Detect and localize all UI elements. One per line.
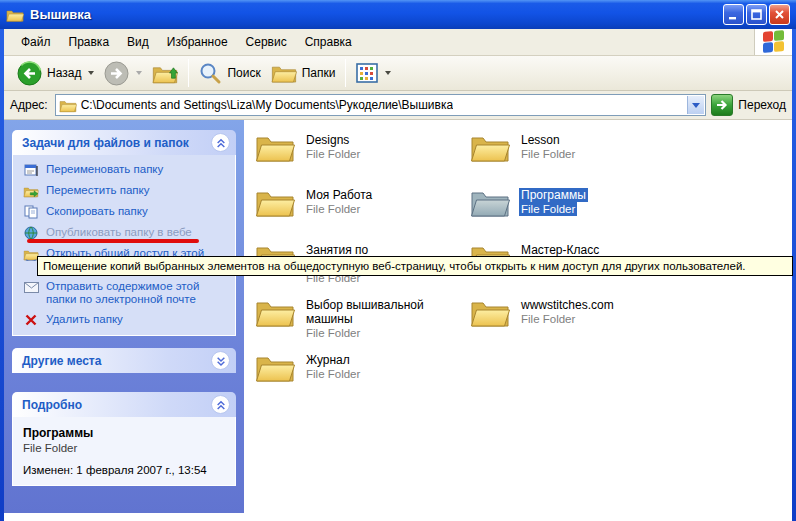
other-places-panel: Другие места xyxy=(12,348,236,373)
file-tasks-body: Переименовать папку Переместить папку Ск… xyxy=(12,155,236,336)
explorer-content: Задачи для файлов и папок Переименовать … xyxy=(4,120,792,513)
email-icon xyxy=(23,280,39,294)
folder-tile-zhurnal[interactable]: ЖурналFile Folder xyxy=(255,350,470,405)
views-button[interactable] xyxy=(351,58,396,89)
task-rename-folder[interactable]: Переименовать папку xyxy=(23,163,229,177)
forward-dropdown-icon[interactable] xyxy=(136,71,142,75)
address-input[interactable]: C:\Documents and Settings\Liza\My Docume… xyxy=(55,94,707,116)
details-panel: Подробно Программы File Folder Изменен: … xyxy=(12,392,236,486)
go-button[interactable] xyxy=(711,94,733,116)
search-button[interactable]: Поиск xyxy=(194,58,265,89)
details-item-modified: Изменен: 1 февраля 2007 г., 13:54 xyxy=(23,464,225,476)
details-body: Программы File Folder Изменен: 1 февраля… xyxy=(12,417,236,486)
task-publish-folder-web[interactable]: Опубликовать папку в вебе xyxy=(23,226,229,240)
task-copy-folder[interactable]: Скопировать папку xyxy=(23,205,229,219)
window-title: Вышивка xyxy=(30,7,91,22)
toolbar-separator xyxy=(188,59,189,87)
address-dropdown-button[interactable] xyxy=(687,96,704,114)
move-icon xyxy=(23,184,39,198)
folder-icon xyxy=(255,130,295,164)
delete-icon xyxy=(23,313,39,327)
folder-tile-wwwstitches[interactable]: wwwstitches.comFile Folder xyxy=(470,295,685,350)
collapse-chevron-icon[interactable] xyxy=(211,133,230,152)
window-border-left xyxy=(0,0,4,521)
collapse-chevron-icon[interactable] xyxy=(211,395,230,414)
task-pane: Задачи для файлов и папок Переименовать … xyxy=(4,120,244,513)
folders-button[interactable]: Папки xyxy=(266,58,341,89)
forward-button[interactable] xyxy=(99,58,147,89)
minimize-button[interactable] xyxy=(723,4,744,25)
tooltip: Помещение копий выбранных элементов на о… xyxy=(37,256,793,276)
maximize-button[interactable] xyxy=(746,4,767,25)
title-bar: Вышивка xyxy=(0,0,796,29)
folder-icon xyxy=(255,350,295,384)
details-header[interactable]: Подробно xyxy=(12,392,236,417)
views-dropdown-icon[interactable] xyxy=(385,71,391,75)
menu-favorites[interactable]: Избранное xyxy=(158,31,237,53)
back-button[interactable]: Назад xyxy=(12,58,99,89)
menu-bar: Файл Правка Вид Избранное Сервис Справка xyxy=(4,29,792,56)
other-places-title: Другие места xyxy=(22,354,101,368)
menu-tools[interactable]: Сервис xyxy=(237,31,296,53)
copy-icon xyxy=(23,205,39,219)
folders-icon xyxy=(271,62,297,84)
forward-icon xyxy=(104,61,129,86)
folder-tile-vybor-mashiny[interactable]: Выбор вышивальной машиныFile Folder xyxy=(255,295,470,350)
menu-help[interactable]: Справка xyxy=(296,31,361,53)
menu-view[interactable]: Вид xyxy=(118,31,158,53)
rename-icon xyxy=(23,163,39,177)
file-tasks-panel: Задачи для файлов и папок Переименовать … xyxy=(12,130,236,336)
annotation-red-underline xyxy=(27,239,199,243)
windows-logo xyxy=(754,29,792,55)
task-move-folder[interactable]: Переместить папку xyxy=(23,184,229,198)
window-bottom xyxy=(4,513,792,521)
address-path: C:\Documents and Settings\Liza\My Docume… xyxy=(81,98,453,112)
folder-icon xyxy=(470,130,510,164)
publish-web-icon xyxy=(23,226,39,240)
search-icon xyxy=(199,62,222,85)
folder-view: DesignsFile Folder LessonFile Folder Моя… xyxy=(244,120,792,513)
details-item-name: Программы xyxy=(23,426,225,440)
details-title: Подробно xyxy=(22,398,82,412)
folder-icon-selected xyxy=(470,185,510,219)
file-tasks-header[interactable]: Задачи для файлов и папок xyxy=(12,130,236,155)
folder-up-icon xyxy=(152,61,178,85)
go-label: Переход xyxy=(738,98,786,112)
folder-tile-lesson[interactable]: LessonFile Folder xyxy=(470,130,685,185)
back-dropdown-icon[interactable] xyxy=(88,71,94,75)
close-button[interactable] xyxy=(769,4,790,25)
address-bar: Адрес: C:\Documents and Settings\Liza\My… xyxy=(4,91,792,120)
other-places-header[interactable]: Другие места xyxy=(12,348,236,373)
folder-icon xyxy=(255,295,295,329)
window-folder-icon xyxy=(6,7,24,23)
menu-edit[interactable]: Правка xyxy=(60,31,119,53)
views-icon xyxy=(356,63,378,83)
file-tasks-title: Задачи для файлов и папок xyxy=(22,136,189,150)
back-icon xyxy=(17,61,42,86)
menu-file[interactable]: Файл xyxy=(12,31,60,53)
address-label: Адрес: xyxy=(10,98,50,112)
toolbar: Назад Поиск xyxy=(4,56,792,91)
toolbar-separator xyxy=(345,59,346,87)
up-button[interactable] xyxy=(147,58,183,89)
folder-tile-moya-rabota[interactable]: Моя РаботаFile Folder xyxy=(255,185,470,240)
details-item-type: File Folder xyxy=(23,442,225,454)
folder-icon xyxy=(255,185,295,219)
expand-chevron-icon[interactable] xyxy=(211,351,230,370)
folder-tile-programmy-selected[interactable]: ПрограммыFile Folder xyxy=(470,185,685,240)
folder-tile-designs[interactable]: DesignsFile Folder xyxy=(255,130,470,185)
address-folder-icon xyxy=(59,98,77,113)
task-delete-folder[interactable]: Удалить папку xyxy=(23,313,229,327)
folder-icon xyxy=(470,295,510,329)
task-email-folder[interactable]: Отправить содержимое этой папки по элект… xyxy=(23,280,229,306)
